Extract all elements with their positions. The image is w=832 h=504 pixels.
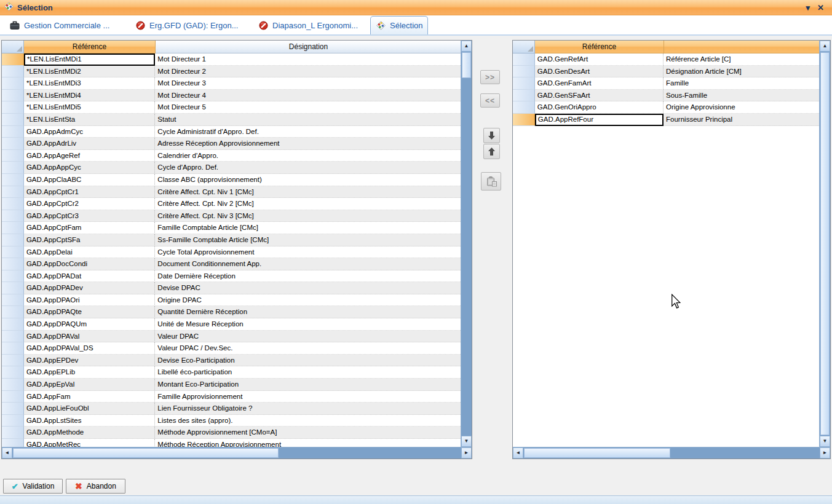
- table-row[interactable]: GAD.AppCptSFa Ss-Famille Comptable Artic…: [2, 234, 461, 246]
- vertical-scrollbar[interactable]: ▲ ▼: [461, 41, 472, 447]
- reference-cell[interactable]: GAD.GenDesArt: [535, 66, 664, 78]
- row-selector[interactable]: [513, 101, 535, 114]
- table-row[interactable]: GAD.GenRefArt Référence Article [C]: [513, 53, 819, 66]
- scroll-down-icon[interactable]: ▼: [820, 436, 830, 447]
- table-row[interactable]: GAD.AppDPADat Date Dernière Réception: [2, 270, 461, 283]
- table-row[interactable]: GAD.AppAgeRef Calendrier d'Appro.: [2, 150, 461, 162]
- scrollbar-thumb[interactable]: [462, 52, 471, 78]
- reference-cell[interactable]: GAD.AppFam: [24, 391, 155, 403]
- row-selector[interactable]: [2, 270, 24, 283]
- tab-selection[interactable]: Sélection: [370, 16, 428, 34]
- reference-cell[interactable]: GAD.AppEPLib: [24, 366, 155, 379]
- designation-cell[interactable]: Date Dernière Réception: [155, 270, 461, 283]
- row-selector[interactable]: [2, 101, 24, 114]
- column-header-designation[interactable]: Désignation: [156, 41, 462, 53]
- close-icon[interactable]: ✕: [817, 4, 824, 12]
- reference-cell[interactable]: *LEN.LisEntSta: [24, 114, 155, 126]
- reference-cell[interactable]: GAD.AppCptSFa: [24, 234, 155, 246]
- scrollbar-thumb[interactable]: [13, 448, 279, 458]
- table-row[interactable]: GAD.AppCptCr1 Critère Affect. Cpt. Niv 1…: [2, 186, 461, 199]
- row-selector[interactable]: [2, 379, 24, 391]
- reference-cell[interactable]: GAD.AppCptCr2: [24, 198, 155, 210]
- designation-cell[interactable]: Cycle d'Appro. Def.: [155, 162, 461, 174]
- row-selector[interactable]: [513, 114, 535, 126]
- designation-cell[interactable]: Cycle Total Approvisionnement: [155, 246, 461, 259]
- designation-cell[interactable]: Méthode Approvisionnement [CMo=A]: [155, 427, 461, 439]
- tab-gestion-commerciale[interactable]: Gestion Commerciale ...: [5, 17, 114, 34]
- designation-cell[interactable]: Critère Affect. Cpt. Niv 1 [CMc]: [155, 186, 461, 199]
- table-row[interactable]: GAD.AppDPADev Devise DPAC: [2, 282, 461, 294]
- designation-cell[interactable]: Ss-Famille Comptable Article [CMc]: [155, 234, 461, 246]
- reference-cell[interactable]: GAD.AppDPAVal: [24, 331, 155, 343]
- vertical-scrollbar[interactable]: ▲ ▼: [819, 41, 830, 447]
- table-row[interactable]: GAD.AppDPAOri Origine DPAC: [2, 294, 461, 307]
- designation-cell[interactable]: Mot Directeur 4: [155, 90, 461, 102]
- row-selector[interactable]: [2, 318, 24, 331]
- reference-cell[interactable]: *LEN.LisEntMDi4: [24, 90, 155, 102]
- reference-cell[interactable]: GAD.AppCptCr3: [24, 210, 155, 222]
- designation-cell[interactable]: Mot Directeur 5: [155, 101, 461, 114]
- table-row[interactable]: *LEN.LisEntMDi5 Mot Directeur 5: [2, 101, 461, 114]
- column-header-reference[interactable]: Référence: [24, 41, 156, 53]
- row-selector[interactable]: [2, 66, 24, 78]
- table-row[interactable]: GAD.AppCptFam Famille Comptable Article …: [2, 222, 461, 234]
- reference-cell[interactable]: GAD.AppLieFouObl: [24, 403, 155, 415]
- designation-cell[interactable]: Sous-Famille: [664, 90, 819, 102]
- row-selector[interactable]: [2, 174, 24, 186]
- designation-cell[interactable]: Adresse Réception Approvisionnement: [155, 138, 461, 150]
- table-row[interactable]: GAD.AppFam Famille Approvisionnement: [2, 391, 461, 403]
- reference-cell[interactable]: GAD.AppEpVal: [24, 379, 155, 391]
- row-selector[interactable]: [2, 126, 24, 138]
- row-selector[interactable]: [513, 66, 535, 78]
- table-row[interactable]: GAD.AppAppCyc Cycle d'Appro. Def.: [2, 162, 461, 174]
- row-selector[interactable]: [2, 114, 24, 126]
- table-row[interactable]: GAD.AppDocCondi Document Conditionnement…: [2, 258, 461, 270]
- table-row[interactable]: GAD.AppDelai Cycle Total Approvisionneme…: [2, 246, 461, 259]
- scrollbar-thumb[interactable]: [820, 52, 830, 435]
- table-row[interactable]: GAD.GenSFaArt Sous-Famille: [513, 90, 819, 102]
- reference-cell[interactable]: GAD.GenRefArt: [535, 53, 664, 66]
- row-selector[interactable]: [2, 186, 24, 199]
- reference-cell[interactable]: GAD.AppCptCr1: [24, 186, 155, 199]
- horizontal-scrollbar[interactable]: ◄ ►: [513, 447, 830, 459]
- scroll-down-icon[interactable]: ▼: [461, 436, 472, 447]
- row-selector[interactable]: [513, 53, 535, 66]
- table-row[interactable]: GAD.AppCptCr2 Critère Affect. Cpt. Niv 2…: [2, 198, 461, 210]
- window-menu-icon[interactable]: ▾: [806, 4, 810, 12]
- table-row[interactable]: GAD.AppEPLib Libellé éco-participation: [2, 366, 461, 379]
- reference-cell[interactable]: GAD.AppClaABC: [24, 174, 155, 186]
- designation-cell[interactable]: Unité de Mesure Réception: [155, 318, 461, 331]
- abandon-button[interactable]: ✖ Abandon: [66, 479, 125, 494]
- row-selector[interactable]: [2, 415, 24, 427]
- table-row[interactable]: GAD.AppAdmCyc Cycle Administratif d'Appr…: [2, 126, 461, 138]
- reference-cell[interactable]: *LEN.LisEntMDi3: [24, 77, 155, 90]
- designation-cell[interactable]: Devise DPAC: [155, 282, 461, 294]
- scrollbar-thumb[interactable]: [524, 448, 670, 458]
- table-row[interactable]: GAD.AppEpVal Montant Eco-Participation: [2, 379, 461, 391]
- table-row[interactable]: GAD.AppEPDev Devise Eco-Participation: [2, 355, 461, 367]
- table-row[interactable]: GAD.AppLieFouObl Lien Fournisseur Obliga…: [2, 403, 461, 415]
- row-selector[interactable]: [2, 162, 24, 174]
- row-selector[interactable]: [2, 222, 24, 234]
- designation-cell[interactable]: Devise Eco-Participation: [155, 355, 461, 367]
- row-selector[interactable]: [2, 234, 24, 246]
- row-selector[interactable]: [2, 210, 24, 222]
- table-row[interactable]: GAD.AppLstSites Listes des sites (appro)…: [2, 415, 461, 427]
- reference-cell[interactable]: GAD.AppDPAQUm: [24, 318, 155, 331]
- reference-cell[interactable]: GAD.AppAdrLiv: [24, 138, 155, 150]
- row-selector[interactable]: [2, 282, 24, 294]
- designation-cell[interactable]: Origine DPAC: [155, 294, 461, 307]
- reference-cell[interactable]: GAD.AppEPDev: [24, 355, 155, 367]
- row-selector[interactable]: [513, 90, 535, 102]
- column-header-reference[interactable]: Référence: [535, 41, 664, 53]
- designation-cell[interactable]: Classe ABC (approvisionnement): [155, 174, 461, 186]
- row-selector[interactable]: [2, 294, 24, 307]
- tab-diapason-l[interactable]: Diapason_L Ergonomi...: [253, 17, 363, 34]
- table-row[interactable]: *LEN.LisEntMDi3 Mot Directeur 3: [2, 77, 461, 90]
- designation-cell[interactable]: Famille Approvisionnement: [155, 391, 461, 403]
- reference-cell[interactable]: GAD.AppDPADev: [24, 282, 155, 294]
- designation-cell[interactable]: Mot Directeur 3: [155, 77, 461, 90]
- designation-cell[interactable]: Cycle Administratif d'Appro. Def.: [155, 126, 461, 138]
- tab-erg-gfd[interactable]: Erg.GFD (GAD): Ergon...: [130, 17, 243, 34]
- table-row[interactable]: GAD.AppClaABC Classe ABC (approvisionnem…: [2, 174, 461, 186]
